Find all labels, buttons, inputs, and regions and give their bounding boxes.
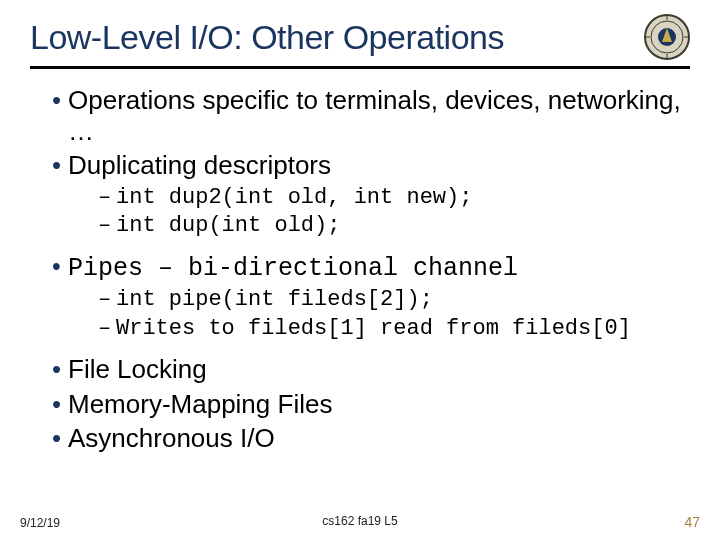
bullet-level2: –int pipe(int fileds[2]); — [98, 287, 690, 313]
bullet-text: Operations specific to terminals, device… — [68, 85, 681, 146]
bullet-level2: –Writes to fileds[1] read from fileds[0] — [98, 316, 690, 342]
slide-title: Low-Level I/O: Other Operations — [30, 18, 504, 57]
bullet-level2: –int dup(int old); — [98, 213, 690, 239]
bullet-level1: •File Locking — [52, 354, 690, 385]
bullet-text: File Locking — [68, 354, 207, 384]
bullet-text: Memory-Mapping Files — [68, 389, 332, 419]
code-text: int dup2(int old, int new); — [116, 185, 472, 210]
slide-body: •Operations specific to terminals, devic… — [30, 85, 690, 454]
footer-date: 9/12/19 — [20, 516, 60, 530]
bullet-text: Duplicating descriptors — [68, 150, 331, 180]
bullet-text: Pipes – bi-directional channel — [68, 254, 518, 283]
code-text: int pipe(int fileds[2]); — [116, 287, 433, 312]
slide-footer: 9/12/19 cs162 fa19 L5 47 — [0, 514, 720, 530]
code-text: Writes to fileds[1] read from fileds[0] — [116, 316, 631, 341]
bullet-text: Asynchronous I/O — [68, 423, 275, 453]
bullet-level1: •Asynchronous I/O — [52, 423, 690, 454]
bullet-level1: •Duplicating descriptors — [52, 150, 690, 181]
bullet-level1: •Operations specific to terminals, devic… — [52, 85, 690, 146]
bullet-level1: •Pipes – bi-directional channel — [52, 252, 690, 284]
code-text: int dup(int old); — [116, 213, 340, 238]
bullet-level2: –int dup2(int old, int new); — [98, 185, 690, 211]
footer-page-number: 47 — [684, 514, 700, 530]
seal-icon — [644, 14, 690, 60]
footer-course: cs162 fa19 L5 — [322, 514, 397, 528]
bullet-level1: •Memory-Mapping Files — [52, 389, 690, 420]
